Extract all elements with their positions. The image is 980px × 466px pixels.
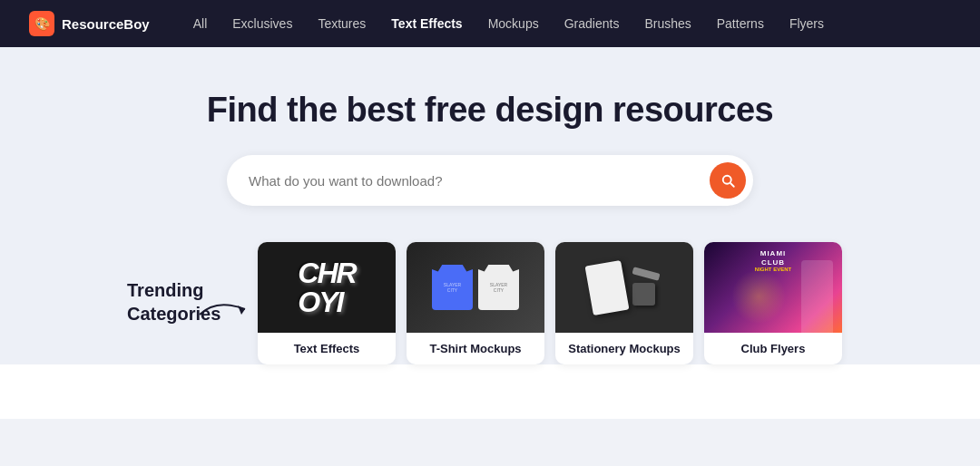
stationery-object: [632, 283, 655, 306]
flyer-preview: MIAMICLUB NIGHT EVENT: [704, 242, 842, 333]
stationery-pen: [632, 267, 660, 280]
tshirt-label: SLAYERCITY: [444, 282, 461, 293]
hero-section: Find the best free design resources Tren…: [0, 47, 980, 364]
navbar: 🎨 ResourceBoy All Exclusives Textures Te…: [0, 0, 980, 47]
search-input[interactable]: [249, 173, 710, 189]
card-image-text-effects: CHROYI: [258, 242, 396, 333]
stationery-items-group: [632, 270, 660, 306]
card-image-stationery: [555, 242, 693, 333]
nav-item-brushes[interactable]: Brushes: [644, 15, 691, 32]
chrome-text-decoration: CHROYI: [298, 258, 355, 316]
search-bar: [227, 155, 753, 206]
tshirt-label2: SLAYERCITY: [490, 282, 507, 293]
hero-title: Find the best free design resources: [207, 91, 773, 130]
trending-title-line1: Trending: [127, 278, 203, 302]
logo-icon: 🎨: [29, 11, 54, 36]
nav-item-text-effects[interactable]: Text Effects: [391, 15, 462, 32]
svg-marker-0: [238, 306, 245, 315]
nav-item-gradients[interactable]: Gradients: [564, 15, 620, 32]
stationery-paper: [585, 259, 630, 315]
text-effects-preview: CHROYI: [258, 242, 396, 333]
card-label-text-effects: Text Effects: [258, 333, 396, 364]
search-button[interactable]: [710, 162, 746, 199]
nav-item-all[interactable]: All: [193, 15, 208, 32]
card-label-tshirt: T-Shirt Mockups: [407, 333, 544, 364]
nav-links: All Exclusives Textures Text Effects Moc…: [193, 15, 824, 32]
bottom-area: [0, 364, 980, 419]
logo-area[interactable]: 🎨 ResourceBoy: [29, 11, 150, 36]
trending-label: Trending Categories: [127, 242, 236, 325]
category-cards: CHROYI Text Effects SLAYERCITY SLAYERCIT…: [258, 242, 853, 364]
flyer-person-silhouette: [801, 260, 833, 333]
card-image-tshirt: SLAYERCITY SLAYERCITY: [407, 242, 544, 333]
nav-item-textures[interactable]: Textures: [318, 15, 366, 32]
category-card-flyers[interactable]: MIAMICLUB NIGHT EVENT Club Flyers: [704, 242, 842, 364]
search-icon: [720, 172, 736, 189]
trending-section: Trending Categories CHROYI Text Effects: [0, 242, 980, 364]
tshirt-white: SLAYERCITY: [478, 265, 519, 310]
card-label-stationery: Stationery Mockups: [555, 333, 693, 364]
tshirt-blue: SLAYERCITY: [432, 265, 473, 310]
stationery-preview: [555, 242, 693, 333]
category-card-text-effects[interactable]: CHROYI Text Effects: [258, 242, 396, 364]
flyer-glow-decoration: [731, 269, 786, 324]
nav-item-mockups[interactable]: Mockups: [488, 15, 539, 32]
card-label-flyers: Club Flyers: [704, 333, 842, 364]
nav-item-exclusives[interactable]: Exclusives: [232, 15, 292, 32]
tshirt-preview: SLAYERCITY SLAYERCITY: [407, 242, 544, 333]
nav-item-patterns[interactable]: Patterns: [717, 15, 764, 32]
nav-item-flyers[interactable]: Flyers: [789, 15, 824, 32]
category-card-stationery[interactable]: Stationery Mockups: [555, 242, 693, 364]
logo-text: ResourceBoy: [62, 16, 150, 32]
trending-arrow-icon: [198, 296, 252, 324]
category-card-tshirt[interactable]: SLAYERCITY SLAYERCITY T-Shirt Mockups: [407, 242, 544, 364]
card-image-flyers: MIAMICLUB NIGHT EVENT: [704, 242, 842, 333]
